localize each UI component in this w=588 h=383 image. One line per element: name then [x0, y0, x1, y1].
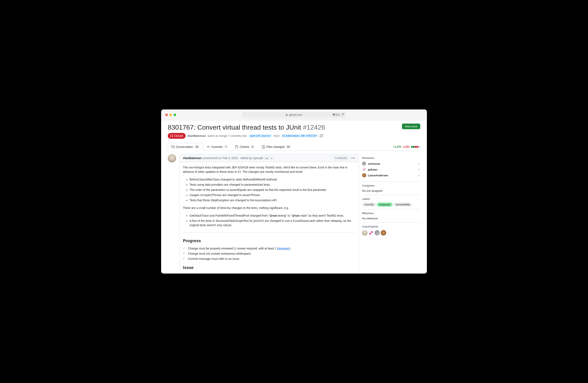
- minimize-window-button[interactable]: [169, 114, 172, 116]
- tab-conversation[interactable]: Conversation 33: [168, 143, 203, 151]
- kebab-menu-icon[interactable]: •••: [351, 156, 355, 160]
- comment-box: AlanBateman commented on Feb 4, 2023 · e…: [179, 154, 359, 274]
- pr-tabs: Conversation 33 Commits 7 Checks 0 Files…: [168, 143, 420, 151]
- check-icon: ✓: [418, 162, 420, 165]
- checklist-icon: [235, 145, 238, 149]
- reload-icon[interactable]: [341, 113, 344, 117]
- participant-avatar[interactable]: [381, 230, 386, 235]
- reviewer-row[interactable]: sormuras ✓: [362, 162, 420, 166]
- status-badge: Closed: [168, 133, 186, 139]
- progress-heading: Progress: [183, 238, 355, 244]
- comment-header: AlanBateman commented on Feb 4, 2023 · e…: [180, 154, 358, 162]
- progress-list: Change must be properly reviewed (1 revi…: [183, 246, 355, 261]
- lock-icon: [286, 113, 288, 116]
- list-item: Usages of expectThrows are changed to as…: [189, 193, 355, 197]
- new-issue-button[interactable]: New issue: [402, 124, 420, 129]
- participant-avatar[interactable]: [368, 230, 374, 235]
- issue-list: JDK-8301767: Convert virtual thread test…: [183, 273, 355, 274]
- url-text: github.com: [289, 113, 302, 116]
- sidebar-reviewers: Reviewers sormuras ✓ jaikiran ✓ LanceAnd…: [362, 154, 420, 182]
- list-item: Tests using data providers are changed t…: [189, 183, 355, 187]
- close-window-button[interactable]: [165, 114, 168, 116]
- participant-avatar[interactable]: [362, 230, 368, 235]
- diff-blocks: [411, 146, 420, 148]
- bot-badge: bot: [264, 157, 270, 160]
- pr-author[interactable]: AlanBateman: [187, 134, 206, 137]
- participants-heading: 4 participants: [362, 225, 420, 228]
- tab-commits-label: Commits: [211, 145, 223, 149]
- tab-files-label: Files changed: [266, 145, 284, 149]
- avatar: [362, 162, 366, 166]
- assignees-text: No one assigned: [362, 189, 420, 192]
- diffstat-additions: +1,378: [393, 145, 401, 148]
- diff-block-add: [413, 146, 415, 148]
- comment-para-2: There are a small number of drive-by cha…: [183, 206, 355, 210]
- status-text: Closed: [174, 134, 183, 137]
- diff-block-del: [417, 146, 418, 148]
- contributor-badge: Contributor: [333, 156, 349, 160]
- check-icon: ✓: [418, 174, 420, 177]
- reviewer-name: jaikiran: [368, 168, 417, 171]
- diffstat-deletions: −1,253: [402, 145, 409, 148]
- label-pill[interactable]: core-libs: [362, 203, 376, 207]
- tab-conversation-label: Conversation: [176, 145, 193, 149]
- sidebar-assignees: Assignees No one assigned: [362, 182, 420, 195]
- browser-window: github.com �文A 8301767: Convert virtual …: [161, 109, 427, 274]
- author-avatar[interactable]: [168, 154, 176, 162]
- comment-intro: The non-hotspot tests integrated with JE…: [183, 165, 355, 174]
- tab-checks[interactable]: Checks 0: [231, 143, 258, 151]
- reviewer-name: LanceAndersen: [368, 174, 417, 177]
- chevron-down-icon[interactable]: ▼: [271, 157, 273, 160]
- maximize-window-button[interactable]: [174, 114, 176, 116]
- file-diff-icon: [262, 145, 265, 149]
- tab-files[interactable]: Files changed 34: [258, 143, 295, 151]
- list-item: JDK-8301767: Convert virtual thread test…: [189, 273, 355, 274]
- sidebar-milestone: Milestone No milestone: [362, 209, 420, 223]
- label-pill[interactable]: integrated: [377, 203, 392, 207]
- git-commit-icon: [207, 145, 210, 149]
- tab-commits[interactable]: Commits 7: [203, 143, 231, 151]
- comment-author[interactable]: AlanBateman: [183, 156, 201, 160]
- comment-list-1: BeforeClass/AfterClass changed to static…: [183, 177, 355, 203]
- tab-conversation-count: 33: [194, 145, 200, 149]
- participant-avatar[interactable]: [375, 230, 380, 235]
- translate-icon[interactable]: �文A: [332, 113, 340, 117]
- check-icon: ✓: [418, 168, 420, 171]
- tab-files-count: 34: [286, 145, 291, 149]
- tab-checks-label: Checks: [240, 145, 249, 149]
- tab-commits-count: 7: [224, 145, 228, 149]
- edited-text: edited by openjdk: [240, 156, 263, 160]
- git-pull-request-closed-icon: [170, 134, 173, 137]
- url-bar[interactable]: github.com �文A: [242, 112, 346, 118]
- milestone-text: No milestone: [362, 217, 420, 220]
- avatar: [362, 173, 366, 177]
- reviewer-link[interactable]: Reviewer: [277, 247, 289, 250]
- reviewer-row[interactable]: jaikiran ✓: [362, 167, 420, 171]
- milestone-heading: Milestone: [362, 212, 420, 215]
- label-pill[interactable]: serviceability: [394, 203, 412, 207]
- reviewer-row[interactable]: LanceAndersen ✓: [362, 173, 420, 177]
- comment-body: The non-hotspot tests integrated with JE…: [180, 162, 358, 274]
- sidebar-participants: 4 participants: [362, 223, 420, 238]
- list-item: GetStackTrace and ParkWithFixedThreadPoo…: [189, 213, 355, 218]
- merge-text-2: from: [274, 134, 279, 137]
- main-column: AlanBateman commented on Feb 4, 2023 · e…: [168, 154, 359, 274]
- list-item: Tests that threw SkipException are chang…: [189, 198, 355, 203]
- comment-date[interactable]: on Feb 4, 2023: [218, 156, 238, 160]
- titlebar: github.com �文A: [161, 109, 427, 120]
- sidebar-labels: Labels core-libs integrated serviceabili…: [362, 195, 420, 209]
- avatar: [362, 167, 366, 171]
- merge-text-1: wants to merge 7 commits into: [208, 134, 247, 137]
- commented-text: commented: [202, 156, 217, 160]
- copy-icon[interactable]: [320, 134, 323, 138]
- list-item: A few of the tests in StructuredTaskScop…: [189, 219, 355, 227]
- comment-list-2: GetStackTrace and ParkWithFixedThreadPoo…: [183, 213, 355, 227]
- assignees-heading: Assignees: [362, 184, 420, 187]
- base-branch[interactable]: openjdk:master: [249, 134, 272, 137]
- list-item: Change must not contain extraneous white…: [183, 252, 355, 256]
- reviewers-heading: Reviewers: [362, 157, 420, 160]
- issue-heading: Issue: [183, 264, 355, 271]
- pr-header: 8301767: Convert virtual thread tests to…: [168, 124, 420, 131]
- head-branch[interactable]: AlanBateman:JDK-8301767: [281, 134, 318, 137]
- sidebar: Reviewers sormuras ✓ jaikiran ✓ LanceAnd…: [362, 154, 420, 274]
